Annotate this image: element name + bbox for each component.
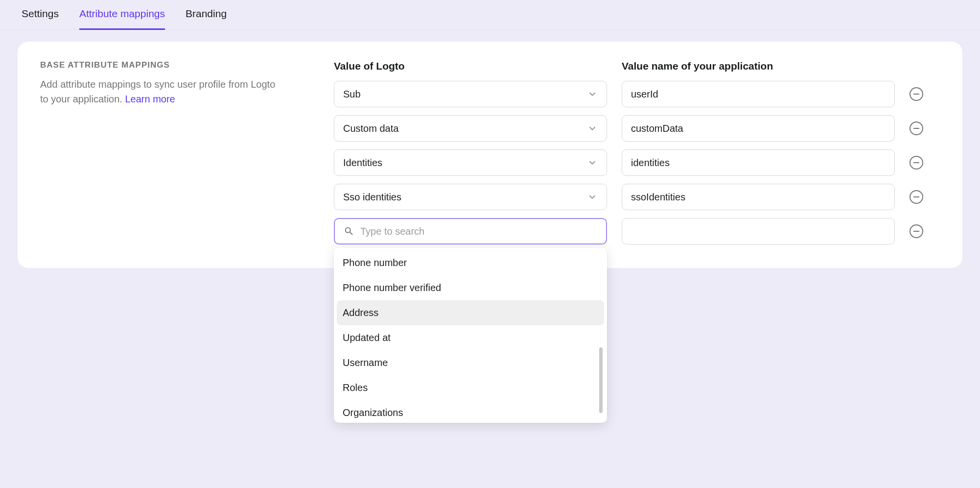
app-value-input-wrapper [622,115,895,142]
dropdown-option[interactable]: Roles [337,375,604,400]
remove-row-button[interactable] [910,156,923,170]
table-row [334,218,940,244]
app-value-input[interactable] [631,157,886,169]
remove-row-button[interactable] [910,224,923,238]
app-value-input-wrapper [622,184,895,210]
mappings-card: BASE ATTRIBUTE MAPPINGS Add attribute ma… [18,42,962,268]
dropdown-scroll[interactable]: Phone number Phone number verified Addre… [337,250,604,420]
dropdown-option[interactable]: Phone number [337,250,604,275]
col-header-app: Value name of your application [622,60,895,72]
tab-branding[interactable]: Branding [186,0,227,30]
select-value-label: Identities [343,157,587,169]
app-value-input[interactable] [631,226,886,237]
app-value-input[interactable] [631,123,886,134]
col-header-logto: Value of Logto [334,60,607,72]
chevron-down-icon [587,89,598,99]
chevron-down-icon [587,157,598,168]
tabs-bar: Settings Attribute mappings Branding [0,0,980,30]
app-value-input[interactable] [631,89,886,100]
app-value-input-wrapper [622,218,895,244]
app-value-input-wrapper [622,81,895,107]
select-value-label: Sub [343,89,587,100]
dropdown-option[interactable]: Organizations [337,400,604,420]
dropdown-option[interactable]: Username [337,350,604,375]
chevron-down-icon [587,123,598,134]
logto-value-select[interactable]: Sso identities [334,184,607,210]
logto-value-search-box[interactable] [334,218,607,244]
search-input[interactable] [360,226,597,237]
logto-value-select[interactable]: Custom data [334,115,607,142]
table-row: Identities [334,149,940,176]
select-value-label: Sso identities [343,192,587,203]
dropdown-option[interactable]: Address [337,300,604,325]
app-value-input-wrapper [622,149,895,176]
dropdown-option[interactable]: Phone number verified [337,275,604,300]
select-value-label: Custom data [343,123,587,134]
table-header-row: Value of Logto Value name of your applic… [334,60,940,72]
app-value-input[interactable] [631,192,886,203]
section-title: BASE ATTRIBUTE MAPPINGS [40,60,314,70]
remove-row-button[interactable] [910,87,923,101]
section-description: Add attribute mappings to sync user prof… [40,77,280,106]
tab-settings[interactable]: Settings [22,0,59,30]
table-row: Sso identities [334,184,940,210]
section-intro: BASE ATTRIBUTE MAPPINGS Add attribute ma… [40,60,314,244]
scrollbar-thumb[interactable] [599,347,603,413]
tab-attribute-mappings[interactable]: Attribute mappings [79,0,165,30]
chevron-down-icon [587,192,598,202]
mappings-table: Value of Logto Value name of your applic… [334,60,940,244]
logto-value-select[interactable]: Sub [334,81,607,107]
table-row: Custom data [334,115,940,142]
learn-more-link[interactable]: Learn more [125,94,175,104]
logto-value-dropdown: Phone number Phone number verified Addre… [334,247,607,423]
logto-value-select[interactable]: Identities [334,149,607,176]
remove-row-button[interactable] [910,122,923,135]
mapping-rows: Sub Custom data [334,81,940,244]
search-icon [344,226,354,237]
table-row: Sub [334,81,940,107]
dropdown-option[interactable]: Updated at [337,325,604,350]
remove-row-button[interactable] [910,190,923,204]
